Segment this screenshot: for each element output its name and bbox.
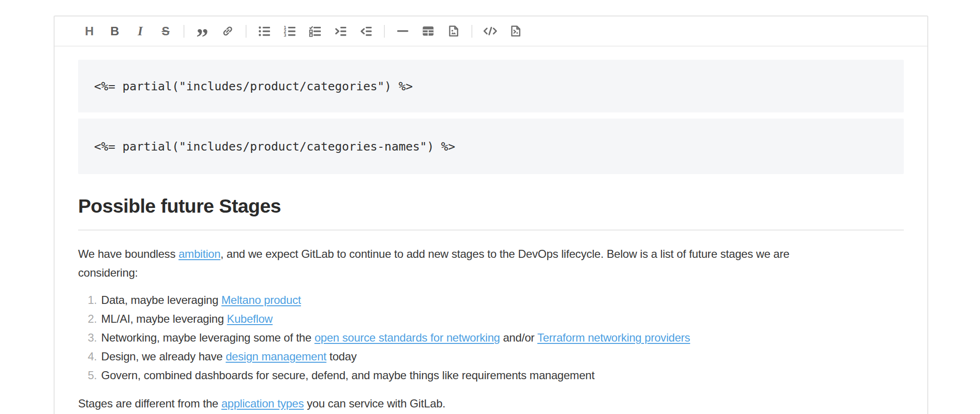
code-text: <%= partial("includes/product/categories… xyxy=(94,140,455,153)
link-design-management[interactable]: design management xyxy=(226,350,327,363)
link-ambition[interactable]: ambition xyxy=(178,247,220,260)
list-item[interactable]: 3. Networking, maybe leveraging some of … xyxy=(78,328,904,347)
intro-text-pre: We have boundless xyxy=(78,247,178,260)
list-marker: 1. xyxy=(78,291,97,310)
image-button[interactable] xyxy=(444,22,463,40)
link-kubeflow[interactable]: Kubeflow xyxy=(227,312,272,325)
formatting-toolbar: H B I S ” xyxy=(55,16,927,47)
list-item-text: Data, maybe leveraging Meltano product xyxy=(101,291,301,310)
code-block-categories[interactable]: <%= partial("includes/product/categories… xyxy=(78,60,904,112)
toolbar-divider xyxy=(183,25,184,38)
bullet-list-icon xyxy=(258,25,271,37)
future-stages-list: 1. Data, maybe leveraging Meltano produc… xyxy=(78,291,904,385)
bullet-list-button[interactable] xyxy=(255,22,274,40)
outro-text-post: you can service with GitLab. xyxy=(304,397,446,410)
item-text: Networking, maybe leveraging some of the xyxy=(101,331,314,344)
strikethrough-button[interactable]: S xyxy=(156,22,175,40)
bold-button[interactable]: B xyxy=(105,22,124,40)
code-block-icon xyxy=(510,25,522,37)
list-marker: 5. xyxy=(78,366,97,385)
outro-text-pre: Stages are different from the xyxy=(78,397,221,410)
list-marker: 2. xyxy=(78,310,97,328)
ordered-list-button[interactable]: 1 2 3 xyxy=(280,22,299,40)
intro-paragraph[interactable]: We have boundless ambition, and we expec… xyxy=(78,245,904,282)
italic-button[interactable]: I xyxy=(131,22,150,40)
outdent-button[interactable] xyxy=(357,22,375,40)
list-item[interactable]: 5. Govern, combined dashboards for secur… xyxy=(78,366,904,385)
item-text: Design, we already have xyxy=(101,350,226,363)
outro-paragraph[interactable]: Stages are different from the applicatio… xyxy=(78,394,904,413)
list-item[interactable]: 4. Design, we already have design manage… xyxy=(78,347,904,366)
link-meltano-product[interactable]: Meltano product xyxy=(222,294,301,306)
item-text: ML/AI, maybe leveraging xyxy=(101,312,227,325)
item-text: Govern, combined dashboards for secure, … xyxy=(101,369,595,382)
heading-button[interactable]: H xyxy=(80,22,99,40)
link-application-types[interactable]: application types xyxy=(221,397,303,410)
markdown-editor: H B I S ” xyxy=(54,16,928,414)
toolbar-divider xyxy=(471,25,472,38)
toolbar-divider xyxy=(384,25,385,38)
bold-icon: B xyxy=(111,24,120,39)
code-text: <%= partial("includes/product/categories… xyxy=(94,80,413,93)
table-icon xyxy=(422,25,434,37)
italic-icon: I xyxy=(138,24,143,39)
indent-icon xyxy=(335,25,347,37)
list-item-text: Design, we already have design managemen… xyxy=(101,347,357,366)
page-heading: Possible future Stages xyxy=(78,195,904,231)
table-button[interactable] xyxy=(419,22,438,40)
intro-text-line2: considering: xyxy=(78,266,138,279)
code-icon xyxy=(483,25,498,37)
task-list-icon xyxy=(309,25,322,37)
horizontal-rule-icon xyxy=(397,29,409,33)
item-text: Data, maybe leveraging xyxy=(101,294,222,306)
list-item-text: Govern, combined dashboards for secure, … xyxy=(101,366,595,385)
item-text: and/or xyxy=(500,331,537,344)
strikethrough-icon: S xyxy=(162,24,170,38)
list-marker: 3. xyxy=(78,328,97,347)
horizontal-rule-button[interactable] xyxy=(393,22,412,40)
svg-text:3: 3 xyxy=(284,32,287,37)
link-button[interactable] xyxy=(218,22,237,40)
editor-content[interactable]: <%= partial("includes/product/categories… xyxy=(55,47,927,413)
list-item-text: ML/AI, maybe leveraging Kubeflow xyxy=(101,310,272,328)
item-text: today xyxy=(327,350,357,363)
link-open-source-standards[interactable]: open source standards for networking xyxy=(314,331,500,344)
list-item-text: Networking, maybe leveraging some of the… xyxy=(101,328,690,347)
list-item[interactable]: 2. ML/AI, maybe leveraging Kubeflow xyxy=(78,310,904,328)
link-terraform-networking-providers[interactable]: Terraform networking providers xyxy=(537,331,690,344)
code-block-categories-names[interactable]: <%= partial("includes/product/categories… xyxy=(78,119,904,174)
list-marker: 4. xyxy=(78,347,97,366)
blockquote-button[interactable]: ” xyxy=(193,22,212,40)
indent-button[interactable] xyxy=(331,22,350,40)
code-block-button[interactable] xyxy=(506,22,525,40)
image-icon xyxy=(447,25,460,37)
heading-icon: H xyxy=(85,24,94,39)
code-button[interactable] xyxy=(481,22,500,40)
ordered-list-icon: 1 2 3 xyxy=(284,25,296,37)
list-item[interactable]: 1. Data, maybe leveraging Meltano produc… xyxy=(78,291,904,310)
link-icon xyxy=(222,25,234,37)
task-list-button[interactable] xyxy=(306,22,325,40)
outdent-icon xyxy=(360,25,373,37)
toolbar-divider xyxy=(246,25,247,38)
intro-text-post: , and we expect GitLab to continue to ad… xyxy=(221,247,789,260)
